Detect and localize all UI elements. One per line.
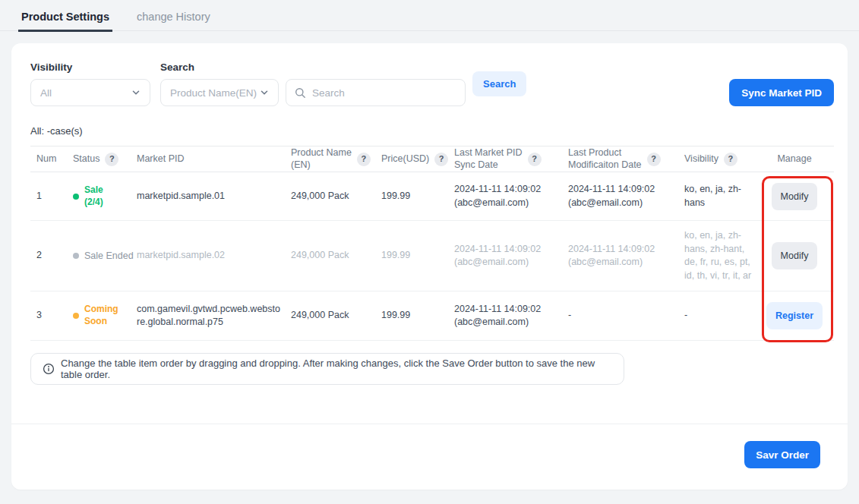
tab-bar: Product Settings change History — [0, 0, 859, 31]
row-modified-date: 2024-11-11 14:09:02 (abc@email.com) — [568, 221, 684, 291]
column-label: Product Name (EN) — [291, 147, 352, 171]
table-header-row: NumStatus?Market PIDProduct Name (EN)?Pr… — [30, 146, 834, 172]
register-button[interactable]: Register — [766, 302, 823, 329]
product-settings-page: Product Settings change History Visibili… — [0, 0, 859, 504]
column-label: Num — [36, 153, 56, 165]
row-visibility: - — [684, 291, 766, 341]
modify-button[interactable]: Modify — [772, 183, 818, 210]
search-button[interactable]: Search — [472, 71, 526, 96]
help-icon[interactable]: ? — [724, 153, 737, 166]
row-sync-date: 2024-11-11 14:09:02 (abc@email.com) — [454, 291, 568, 341]
row-market-pid: com.gamevil.gvtwd.pcweb.webstore.global.… — [137, 291, 291, 341]
row-price: 199.99 — [381, 172, 454, 221]
row-manage-cell: Modify — [766, 221, 834, 291]
help-icon[interactable]: ? — [105, 153, 118, 166]
case-count-summary: All: -case(s) — [30, 125, 834, 137]
column-label: Manage — [777, 153, 811, 165]
table-row[interactable]: 3Coming Sooncom.gamevil.gvtwd.pcweb.webs… — [30, 291, 834, 341]
drag-drop-notice: Change the table item order by dragging … — [30, 353, 624, 385]
row-modified-date: 2024-11-11 14:09:02 (abc@email.com) — [568, 172, 684, 221]
visibility-select[interactable]: All — [30, 79, 150, 106]
column-label: Last Product Modificaiton Date — [568, 147, 642, 171]
visibility-select-value: All — [40, 87, 52, 99]
column-header-manage: Manage — [766, 146, 834, 172]
row-visibility: ko, en, ja, zh-hans, zh-hant, de, fr, ru… — [684, 221, 766, 291]
column-header-pid: Market PID — [137, 146, 291, 172]
modify-button[interactable]: Modify — [772, 242, 818, 269]
row-product-name: 249,000 Pack — [291, 172, 381, 221]
row-product-name: 249,000 Pack — [291, 291, 381, 341]
status-label: Coming Soon — [84, 304, 118, 327]
row-num: 3 — [30, 291, 73, 341]
status-dot-icon — [73, 194, 79, 200]
search-filter-group: Search Product Name(EN) — [160, 61, 466, 106]
row-market-pid: marketpid.sample.02 — [137, 221, 291, 291]
column-header-status: Status? — [73, 146, 137, 172]
search-input[interactable] — [312, 87, 456, 99]
visibility-label: Visibility — [30, 61, 160, 73]
column-label: Visibility — [684, 153, 718, 165]
row-product-name: 249,000 Pack — [291, 221, 381, 291]
row-price: 199.99 — [381, 221, 454, 291]
column-label: Market PID — [137, 153, 185, 165]
chevron-down-icon — [260, 88, 269, 97]
notice-text: Change the table item order by dragging … — [61, 358, 612, 380]
row-sync-date: 2024-11-11 14:09:02 (abc@email.com) — [454, 172, 568, 221]
products-table: NumStatus?Market PIDProduct Name (EN)?Pr… — [30, 146, 834, 341]
help-icon[interactable]: ? — [528, 153, 542, 166]
footer-divider — [11, 424, 848, 424]
status-label: Sale (2/4) — [84, 184, 103, 208]
row-status: Coming Soon — [73, 291, 137, 341]
visibility-filter-group: Visibility All — [30, 61, 160, 106]
table-row[interactable]: 1Sale (2/4)marketpid.sample.01249,000 Pa… — [30, 172, 834, 221]
info-icon — [43, 363, 55, 375]
row-manage-cell: Modify — [766, 172, 834, 221]
column-header-price: Price(USD)? — [381, 146, 454, 172]
tab-change-history[interactable]: change History — [134, 3, 213, 32]
help-icon[interactable]: ? — [357, 153, 371, 166]
filter-bar: Visibility All Search Product Name(EN) — [30, 61, 834, 106]
search-type-select[interactable]: Product Name(EN) — [160, 79, 279, 106]
help-icon[interactable]: ? — [434, 153, 448, 166]
status-label: Sale Ended — [84, 250, 134, 262]
row-visibility: ko, en, ja, zh-hans — [684, 172, 766, 221]
row-status: Sale (2/4) — [73, 172, 137, 221]
table-row[interactable]: 2Sale Endedmarketpid.sample.02249,000 Pa… — [30, 221, 834, 291]
search-type-value: Product Name(EN) — [170, 87, 257, 99]
sync-market-pid-button[interactable]: Sync Market PID — [729, 79, 834, 106]
status-dot-icon — [73, 313, 79, 319]
column-header-modif: Last Product Modificaiton Date? — [568, 146, 684, 172]
row-price: 199.99 — [381, 291, 454, 341]
row-market-pid: marketpid.sample.01 — [137, 172, 291, 221]
row-num: 1 — [30, 172, 73, 221]
column-header-vis: Visibility? — [684, 146, 766, 172]
column-label: Last Market PID Sync Date — [454, 147, 523, 171]
tab-product-settings[interactable]: Product Settings — [18, 3, 112, 32]
column-header-name: Product Name (EN)? — [291, 146, 381, 172]
column-label: Status — [73, 153, 99, 165]
search-input-box — [286, 79, 466, 106]
row-modified-date: - — [568, 291, 684, 341]
save-order-button[interactable]: Savr Order — [744, 441, 820, 468]
row-num: 2 — [30, 221, 73, 291]
column-header-sync: Last Market PID Sync Date? — [454, 146, 568, 172]
search-icon — [295, 87, 306, 99]
search-label: Search — [160, 61, 466, 73]
help-icon[interactable]: ? — [647, 153, 661, 166]
column-header-num: Num — [30, 146, 73, 172]
row-manage-cell: Register — [766, 291, 834, 341]
row-sync-date: 2024-11-11 14:09:02 (abc@email.com) — [454, 221, 568, 291]
column-label: Price(USD) — [381, 153, 429, 165]
chevron-down-icon — [131, 88, 141, 97]
status-dot-icon — [73, 253, 79, 259]
product-settings-card: Visibility All Search Product Name(EN) — [11, 43, 848, 490]
row-status: Sale Ended — [73, 221, 137, 291]
